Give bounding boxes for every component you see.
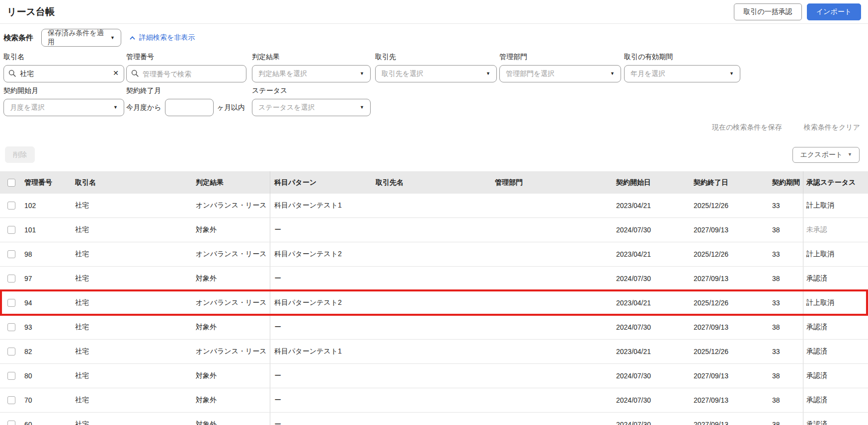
advanced-search-toggle[interactable]: 詳細検索を非表示 bbox=[129, 33, 195, 42]
row-checkbox[interactable] bbox=[7, 299, 15, 307]
business-partner-select[interactable]: 取引先を選択 ▼ bbox=[375, 65, 497, 82]
cell-contract-start: 2024/07/30 bbox=[615, 218, 693, 242]
table-row[interactable]: 97 社宅 対象外 ー 2024/07/30 2027/09/13 38 承認済 bbox=[0, 267, 868, 291]
chevron-down-icon: ▼ bbox=[113, 105, 118, 110]
row-checkbox[interactable] bbox=[7, 396, 15, 404]
table-row[interactable]: 70 社宅 対象外 ー 2024/07/30 2027/09/13 38 承認済 bbox=[0, 388, 868, 413]
cell-account-pattern: ー bbox=[270, 364, 372, 388]
row-checkbox[interactable] bbox=[7, 421, 15, 425]
cell-transaction-name: 社宅 bbox=[73, 242, 194, 266]
cell-partner-name bbox=[372, 340, 491, 363]
cell-contract-end: 2027/09/13 bbox=[693, 364, 770, 388]
judgment-result-select[interactable]: 判定結果を選択 ▼ bbox=[252, 65, 371, 82]
cell-contract-end: 2027/09/13 bbox=[693, 315, 770, 339]
cell-account-pattern: ー bbox=[270, 315, 372, 339]
table-row[interactable]: 60 社宅 対象外 ー 2024/07/30 2027/09/13 38 承認済 bbox=[0, 413, 868, 425]
cell-contract-end: 2025/12/26 bbox=[693, 291, 770, 315]
valid-period-placeholder: 年月を選択 bbox=[631, 70, 665, 78]
months-count-input[interactable] bbox=[165, 99, 214, 116]
filter-judgment-result: 判定結果 判定結果を選択 ▼ bbox=[252, 53, 371, 82]
row-checkbox-cell bbox=[0, 242, 22, 266]
cell-approval-status: 承認済 bbox=[803, 364, 868, 388]
cell-contract-period: 38 bbox=[770, 364, 803, 388]
column-header-contract-end: 契約終了日 bbox=[693, 171, 770, 194]
cell-account-pattern: 科目パターンテスト2 bbox=[270, 242, 372, 266]
cell-contract-end: 2027/09/13 bbox=[693, 388, 770, 412]
row-checkbox-cell bbox=[0, 340, 22, 363]
cell-management-number: 98 bbox=[22, 242, 73, 266]
cell-partner-name bbox=[372, 242, 491, 266]
cell-management-number: 101 bbox=[22, 218, 73, 242]
cell-transaction-name: 社宅 bbox=[73, 291, 194, 315]
row-checkbox[interactable] bbox=[7, 348, 15, 355]
row-checkbox[interactable] bbox=[7, 275, 15, 283]
select-all-cell bbox=[0, 171, 22, 194]
transaction-name-input[interactable] bbox=[3, 65, 124, 82]
cell-contract-start: 2023/04/21 bbox=[615, 291, 693, 315]
table-row[interactable]: 98 社宅 オンバランス・リース 科目パターンテスト2 2023/04/21 2… bbox=[0, 242, 868, 267]
cell-partner-name bbox=[372, 194, 491, 217]
contract-start-month-select[interactable]: 月度を選択 ▼ bbox=[3, 99, 124, 116]
header-actions: 取引の一括承認 インポート bbox=[734, 3, 861, 20]
status-select[interactable]: ステータスを選択 ▼ bbox=[252, 99, 371, 116]
cell-management-number: 94 bbox=[22, 291, 73, 315]
table-row[interactable]: 101 社宅 対象外 ー 2024/07/30 2027/09/13 38 未承… bbox=[0, 218, 868, 242]
select-all-checkbox[interactable] bbox=[7, 179, 15, 187]
filter-label: 取引先 bbox=[375, 53, 497, 62]
clear-icon[interactable]: ✕ bbox=[113, 69, 119, 77]
cell-management-department bbox=[491, 315, 615, 339]
clear-search-conditions-link[interactable]: 検索条件をクリア bbox=[804, 123, 860, 132]
management-number-input[interactable] bbox=[126, 65, 246, 82]
export-button[interactable]: エクスポート ▼ bbox=[792, 147, 860, 163]
cell-transaction-name: 社宅 bbox=[73, 315, 194, 339]
filter-management-department: 管理部門 管理部門を選択 ▼ bbox=[499, 53, 621, 82]
valid-period-select[interactable]: 年月を選択 ▼ bbox=[624, 65, 740, 82]
row-checkbox[interactable] bbox=[7, 372, 15, 380]
cell-account-pattern: ー bbox=[270, 267, 372, 290]
row-checkbox[interactable] bbox=[7, 323, 15, 331]
cell-contract-end: 2027/09/13 bbox=[693, 267, 770, 290]
cell-partner-name bbox=[372, 267, 491, 290]
chevron-down-icon: ▼ bbox=[848, 152, 852, 157]
import-button[interactable]: インポート bbox=[807, 3, 861, 20]
search-links-row: 現在の検索条件を保存 検索条件をクリア bbox=[0, 123, 868, 132]
cell-management-department bbox=[491, 291, 615, 315]
row-checkbox-cell bbox=[0, 388, 22, 412]
table-row[interactable]: 82 社宅 オンバランス・リース 科目パターンテスト1 2023/04/21 2… bbox=[0, 340, 868, 364]
filter-label: ステータス bbox=[252, 86, 371, 95]
cell-account-pattern: 科目パターンテスト1 bbox=[270, 340, 372, 363]
chevron-down-icon: ▼ bbox=[360, 71, 364, 76]
management-department-placeholder: 管理部門を選択 bbox=[506, 70, 554, 78]
row-checkbox[interactable] bbox=[7, 202, 15, 210]
management-department-select[interactable]: 管理部門を選択 ▼ bbox=[499, 65, 621, 82]
cell-judgment-result: オンバランス・リース bbox=[194, 194, 270, 217]
delete-button[interactable]: 削除 bbox=[5, 146, 35, 163]
cell-transaction-name: 社宅 bbox=[73, 194, 194, 217]
table-row[interactable]: 80 社宅 対象外 ー 2024/07/30 2027/09/13 38 承認済 bbox=[0, 364, 868, 388]
cell-contract-start: 2023/04/21 bbox=[615, 340, 693, 363]
column-header-account-pattern: 科目パターン bbox=[270, 171, 372, 194]
filter-valid-period: 取引の有効期間 年月を選択 ▼ bbox=[624, 53, 740, 82]
bulk-approve-button[interactable]: 取引の一括承認 bbox=[734, 3, 801, 20]
cell-judgment-result: 対象外 bbox=[194, 388, 270, 412]
row-checkbox[interactable] bbox=[7, 226, 15, 234]
row-checkbox-cell bbox=[0, 413, 22, 425]
export-button-label: エクスポート bbox=[800, 150, 843, 159]
filter-label: 管理部門 bbox=[499, 53, 621, 62]
cell-management-department bbox=[491, 388, 615, 412]
row-checkbox-cell bbox=[0, 267, 22, 290]
cell-approval-status: 計上取消 bbox=[803, 291, 868, 315]
saved-conditions-select[interactable]: 保存済み条件を適用 ▼ bbox=[41, 29, 121, 47]
table-row[interactable]: 102 社宅 オンバランス・リース 科目パターンテスト1 2023/04/21 … bbox=[0, 194, 868, 218]
cell-contract-end: 2027/09/13 bbox=[693, 218, 770, 242]
save-search-conditions-link[interactable]: 現在の検索条件を保存 bbox=[712, 123, 782, 132]
table-row[interactable]: 94 社宅 オンバランス・リース 科目パターンテスト2 2023/04/21 2… bbox=[0, 291, 868, 315]
cell-account-pattern: ー bbox=[270, 413, 372, 425]
table-row[interactable]: 93 社宅 対象外 ー 2024/07/30 2027/09/13 38 承認済 bbox=[0, 315, 868, 340]
cell-contract-period: 38 bbox=[770, 413, 803, 425]
cell-partner-name bbox=[372, 291, 491, 315]
search-condition-row: 検索条件 保存済み条件を適用 ▼ 詳細検索を非表示 bbox=[3, 29, 868, 47]
cell-approval-status: 計上取消 bbox=[803, 194, 868, 217]
cell-approval-status: 未承認 bbox=[803, 218, 868, 242]
row-checkbox[interactable] bbox=[7, 250, 15, 258]
